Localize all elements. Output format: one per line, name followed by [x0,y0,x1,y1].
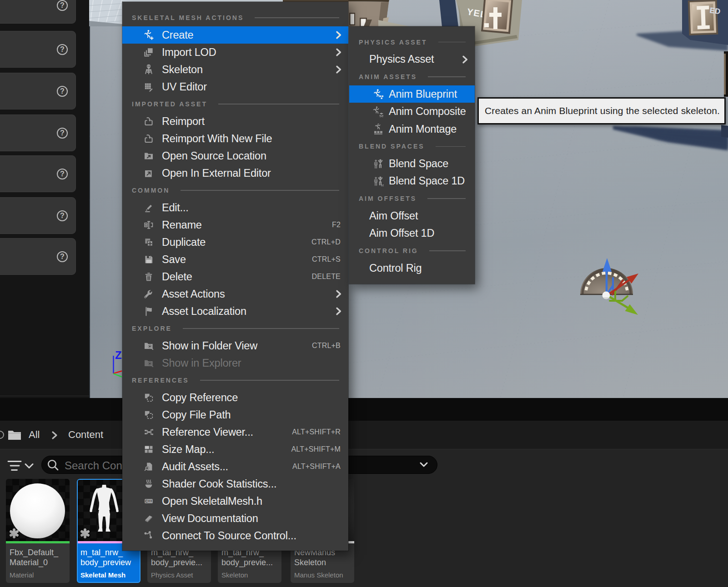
svg-text:Z: Z [115,349,122,361]
svg-text:1D: 1D [381,184,384,187]
svg-text:ED: ED [709,6,721,16]
svg-text:C++: C++ [145,499,152,503]
